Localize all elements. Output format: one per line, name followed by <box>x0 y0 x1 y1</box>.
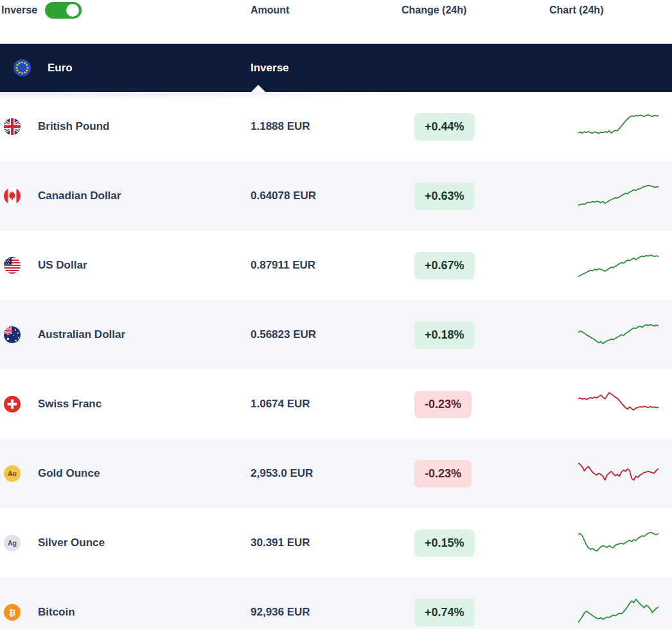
inverse-amount: 0.87911 EUR <box>251 259 315 271</box>
inverse-amount: 0.56823 EUR <box>251 328 316 341</box>
ca-flag-icon <box>4 188 21 204</box>
currency-rates-table: Inverse Amount Change (24h) Chart (24h) … <box>0 0 672 629</box>
table-column-header: Inverse Amount Change (24h) Chart (24h) <box>0 1 672 19</box>
table-row[interactable]: Australian Dollar 0.56823 EUR +0.18% <box>0 300 672 369</box>
currency-name: Swiss Franc <box>38 398 102 411</box>
eu-flag-icon <box>13 59 31 76</box>
sparkline-chart <box>578 384 659 424</box>
change-badge: -0.23% <box>414 460 472 488</box>
currency-rows: British Pound 1.1888 EUR +0.44% Canadian… <box>0 92 672 629</box>
table-row[interactable]: British Pound 1.1888 EUR +0.44% <box>0 92 672 161</box>
column-header-change: Change (24h) <box>402 4 466 15</box>
inverse-amount: 0.64078 EUR <box>251 190 316 202</box>
au-flag-icon <box>4 326 21 343</box>
base-currency-name: Euro <box>48 62 73 75</box>
change-badge: +0.67% <box>414 252 475 279</box>
toggle-knob <box>66 4 79 17</box>
currency-name: Gold Ounce <box>38 467 100 480</box>
svg-text:Au: Au <box>8 470 17 477</box>
table-row[interactable]: Au Gold Ounce 2,953.0 EUR -0.23% <box>0 439 672 508</box>
ch-flag-icon <box>4 396 21 412</box>
change-badge: +0.15% <box>414 529 475 557</box>
base-currency-header[interactable]: Euro Inverse <box>0 44 672 92</box>
table-row[interactable]: ₿ Bitcoin 92,936 EUR +0.74% <box>0 578 672 629</box>
table-row[interactable]: Canadian Dollar 0.64078 EUR +0.63% <box>0 161 672 231</box>
currency-name: Bitcoin <box>38 606 75 619</box>
change-badge: +0.74% <box>414 599 475 626</box>
inverse-amount: 2,953.0 EUR <box>251 467 313 479</box>
currency-name: US Dollar <box>38 259 87 272</box>
inverse-toggle-label: Inverse <box>1 4 37 16</box>
column-header-chart: Chart (24h) <box>549 4 603 15</box>
currency-name: Australian Dollar <box>38 328 125 341</box>
table-row[interactable]: Ag Silver Ounce 30.391 EUR +0.15% <box>0 508 672 578</box>
sparkline-chart <box>578 592 659 629</box>
column-header-amount: Amount <box>251 4 289 15</box>
sparkline-chart <box>578 523 659 563</box>
header-shadow <box>0 92 403 100</box>
gb-flag-icon <box>4 118 21 135</box>
inverse-amount: 1.0674 EUR <box>251 398 310 410</box>
silver-ag-icon: Ag <box>4 535 21 551</box>
change-badge: +0.18% <box>414 321 475 349</box>
table-row[interactable]: US Dollar 0.87911 EUR +0.67% <box>0 231 672 300</box>
btc-icon: ₿ <box>4 604 21 621</box>
sparkline-chart <box>578 176 659 216</box>
change-badge: +0.44% <box>414 113 475 141</box>
change-badge: +0.63% <box>414 182 475 210</box>
svg-text:Ag: Ag <box>8 539 17 547</box>
svg-text:₿: ₿ <box>9 608 16 617</box>
gold-au-icon: Au <box>4 465 21 482</box>
sparkline-chart <box>578 107 659 146</box>
currency-name: Silver Ounce <box>38 536 105 549</box>
base-inverse-label: Inverse <box>251 62 289 74</box>
currency-name: British Pound <box>38 120 109 133</box>
change-badge: -0.23% <box>414 391 472 418</box>
inverse-amount: 1.1888 EUR <box>251 120 310 132</box>
tooltip-notch <box>251 85 265 92</box>
table-row[interactable]: Swiss Franc 1.0674 EUR -0.23% <box>0 369 672 439</box>
sparkline-chart <box>578 245 659 285</box>
inverse-amount: 30.391 EUR <box>251 536 310 549</box>
inverse-toggle[interactable] <box>45 2 82 19</box>
us-flag-icon <box>4 257 21 274</box>
sparkline-chart <box>578 315 659 355</box>
inverse-amount: 92,936 EUR <box>251 606 310 618</box>
sparkline-chart <box>578 454 659 493</box>
currency-name: Canadian Dollar <box>38 190 121 202</box>
